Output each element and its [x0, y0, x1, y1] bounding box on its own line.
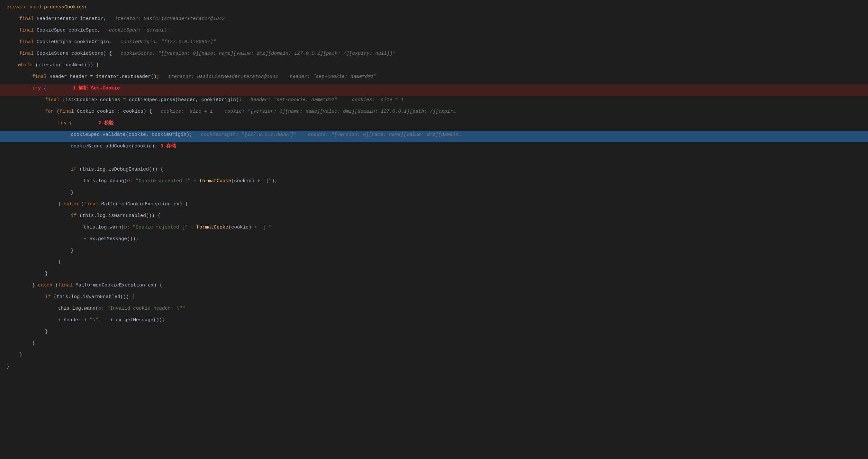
token-method-name: formatCooke — [196, 225, 228, 230]
token-kw: if — [71, 213, 80, 219]
token-kw: catch — [38, 283, 55, 288]
line-content: while (iterator.hasNext()) { — [6, 61, 99, 69]
token-plain: MalformedCookieException ex) { — [101, 201, 188, 207]
token-plain: ( — [57, 109, 60, 114]
line-content: final CookieStore cookieStore) { cookieS… — [19, 50, 396, 58]
line-content: final CookieOrigin cookieOrigin, cookieO… — [19, 38, 216, 46]
line-content: this.log.warn(o: "Invalid cookie header:… — [58, 305, 185, 313]
token-plain: } — [19, 352, 22, 357]
token-plain: this.log.warn( — [58, 306, 98, 311]
code-line: final CookieSpec cookieSpec, cookieSpec:… — [0, 26, 868, 38]
token-plain: } — [45, 271, 48, 277]
token-plain: CookieStore cookieStore) { — [37, 51, 112, 56]
token-str: "] " — [260, 225, 272, 230]
line-content: this.log.debug(o: "Cookie accepted [" + … — [84, 177, 277, 185]
token-kw: final — [45, 97, 62, 103]
token-str: "]" — [263, 178, 272, 184]
code-line: for (final Cookie cookie : cookies) { co… — [0, 108, 868, 119]
token-plain: List<Cookie> cookies = cookieSpec.parse(… — [62, 97, 242, 103]
token-plain: } — [6, 364, 9, 369]
code-line: final Header header = iterator.nextHeade… — [0, 73, 868, 84]
token-italic-comment: cookieSpec: "default" — [100, 28, 170, 33]
line-content: } — [6, 363, 9, 371]
code-line: } — [0, 189, 868, 200]
token-plain — [72, 120, 98, 126]
line-content: } — [45, 328, 48, 336]
code-line: while (iterator.hasNext()) { — [0, 61, 868, 73]
token-kw: final — [84, 201, 101, 207]
code-line: if (this.log.isWarnEnabled()) { — [0, 212, 868, 223]
token-annotation: 3.存储 — [160, 144, 176, 149]
code-line: try { 2.校验 — [0, 119, 868, 131]
token-plain: ( — [81, 201, 84, 207]
code-line: try { 1.解析 Set-Cookie — [0, 84, 868, 96]
code-line: } — [0, 351, 868, 363]
token-plain: { — [44, 86, 46, 91]
line-content: if (this.log.isDebugEnabled()) { — [71, 166, 163, 173]
code-line: cookieSpec.validate(cookie, cookieOrigin… — [0, 131, 868, 142]
token-proc-name: processCookies — [44, 4, 85, 10]
line-content: } — [71, 189, 73, 197]
token-plain: CookieOrigin cookieOrigin, — [37, 39, 112, 45]
token-plain — [157, 144, 160, 149]
code-line: } — [0, 258, 868, 270]
line-content: } — [32, 340, 35, 347]
code-line: final HeaderIterator iterator, iterator:… — [0, 15, 868, 26]
token-kw: final — [60, 109, 77, 114]
code-line: + ex.getMessage()); — [0, 235, 868, 247]
line-content: } — [71, 247, 73, 255]
token-plain: } — [32, 283, 38, 288]
token-method-name: formatCooke — [199, 178, 231, 184]
token-kw: catch — [64, 201, 81, 207]
token-plain: } — [58, 259, 61, 265]
token-plain: this.log.debug( — [84, 178, 127, 184]
token-plain: cookieSpec.validate(cookie, cookieOrigin… — [71, 132, 192, 138]
token-plain: ( — [55, 283, 58, 288]
token-annotation: 2.校验 — [98, 120, 114, 126]
token-kw: final — [19, 16, 37, 22]
token-kw: final — [32, 74, 50, 80]
token-kw: final — [19, 28, 37, 33]
token-kw: void — [30, 4, 44, 10]
token-kw: while — [18, 62, 35, 68]
code-line: final CookieOrigin cookieOrigin, cookieO… — [0, 38, 868, 50]
line-content: } — [58, 258, 61, 266]
line-content: cookieSpec.validate(cookie, cookieOrigin… — [71, 131, 461, 139]
token-plain: (iterator.hasNext()) { — [35, 62, 99, 68]
token-plain: Header header = iterator.nextHeader(); — [50, 74, 159, 80]
token-plain: + header + — [58, 317, 90, 323]
code-line: this.log.warn(o: "Cookie rejected [" + f… — [0, 223, 868, 235]
token-plain: ); — [272, 178, 277, 184]
token-plain: + ex.getMessage()); — [107, 317, 165, 323]
code-line: private void processCookies( — [0, 3, 868, 15]
line-content: if (this.log.isWarnEnabled()) { — [71, 212, 160, 220]
token-plain: cookieStore.addCookie(cookie); — [71, 144, 157, 149]
token-kw: for — [45, 109, 57, 114]
line-content: + header + "\". " + ex.getMessage()); — [58, 316, 165, 324]
code-line: } — [0, 339, 868, 351]
line-content: try { 1.解析 Set-Cookie — [32, 85, 120, 92]
token-plain: MalformedCookieException ex) { — [75, 283, 162, 288]
code-line: } — [0, 247, 868, 258]
token-italic-comment: cookies: size = 1 cookie: "[version: 0][… — [152, 109, 456, 114]
code-line: this.log.warn(o: "Invalid cookie header:… — [0, 305, 868, 316]
token-kw: if — [45, 294, 54, 300]
token-italic-comment: header: "set-cookie: name=dmz" cookies: … — [242, 97, 404, 103]
line-content: for (final Cookie cookie : cookies) { co… — [45, 108, 456, 116]
token-plain: HeaderIterator iterator, — [37, 16, 106, 22]
token-plain: } — [45, 329, 48, 335]
code-editor: private void processCookies(final Header… — [0, 0, 868, 459]
code-line: if (this.log.isWarnEnabled()) { — [0, 293, 868, 305]
line-content: if (this.log.isWarnEnabled()) { — [45, 293, 135, 301]
token-kw: private — [6, 4, 30, 10]
line-content: cookieStore.addCookie(cookie); 3.存储 — [71, 143, 176, 150]
token-italic-comment: iterator: BasicListHeaderIterator@1842 h… — [159, 74, 376, 80]
token-kw: try — [32, 86, 44, 91]
token-plain: } — [32, 341, 35, 346]
line-content: final CookieSpec cookieSpec, cookieSpec:… — [19, 27, 170, 34]
token-plain: (this.log.isWarnEnabled()) { — [54, 294, 135, 300]
token-plain: (cookie) + — [231, 178, 263, 184]
token-italic-comment: iterator: BasicListHeaderIterator@1842 — [106, 16, 225, 22]
token-plain: + — [188, 225, 196, 230]
line-content: } catch (final MalformedCookieException … — [58, 201, 188, 208]
